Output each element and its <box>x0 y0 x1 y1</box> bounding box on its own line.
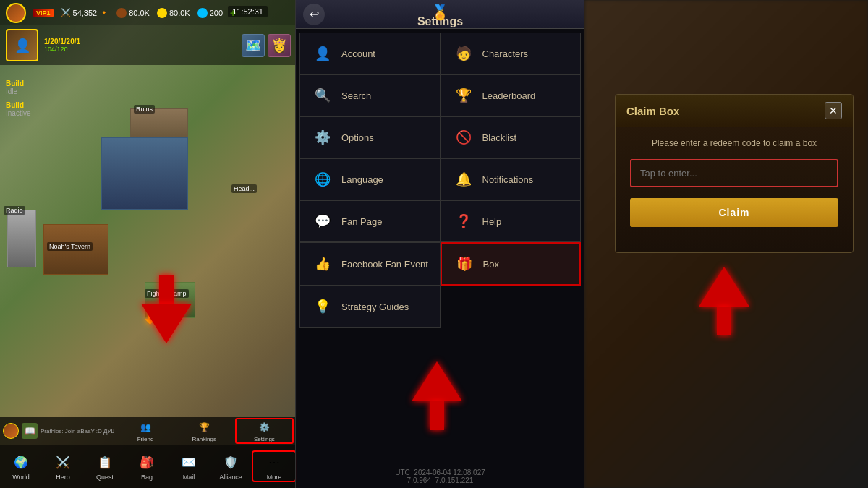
chat-book-icon: 📖 <box>22 423 38 439</box>
time-display: 11:52:31 <box>228 6 268 17</box>
quick-rankings[interactable]: 🏆 Rankings <box>176 419 232 442</box>
box-gift-icon: 🎁 <box>453 252 476 275</box>
settings-options[interactable]: ⚙️ Options <box>299 116 441 158</box>
orange-down-arrow: ⬇ <box>141 304 159 329</box>
fan-page-icon: 💬 <box>311 210 334 233</box>
player-avatar[interactable]: 👤 <box>6 29 38 61</box>
buildings-area: Build Idle Build Inactive Ruins Head... … <box>0 65 297 416</box>
settings-header-icon: 🏅 <box>431 4 449 21</box>
player-name: 1/20/1/20/1 <box>44 38 236 46</box>
help-icon: ❓ <box>452 210 475 233</box>
radio-tower <box>7 210 36 267</box>
gold-coin-icon <box>157 8 167 18</box>
headquarters-label: Head... <box>231 184 257 193</box>
quick-action-bar: 📖 Prathios: Join aBaaY :D ДУШЕГУБ: ищем … <box>0 417 297 445</box>
nav-mail[interactable]: ✉️ Mail <box>168 452 210 481</box>
settings-leaderboard[interactable]: 🏆 Leaderboard <box>441 74 582 116</box>
settings-facebook-event[interactable]: 👍 Facebook Fan Event <box>299 242 441 286</box>
more-icon: ⋯ <box>264 452 284 472</box>
gem-icon <box>197 8 208 18</box>
settings-header: ↩ 🏅 Settings <box>296 0 584 29</box>
fighter-camp-label: Fighter Camp <box>145 289 189 298</box>
friend-icon: 👥 <box>137 419 153 435</box>
mail-icon: ✉️ <box>179 452 199 472</box>
nav-hero[interactable]: ⚔️ Hero <box>42 452 84 481</box>
nav-bag[interactable]: 🎒 Bag <box>126 452 168 481</box>
hud-food: 80.0K <box>116 8 150 18</box>
chat-avatar <box>3 423 19 439</box>
settings-notifications[interactable]: 🔔 Notifications <box>441 158 582 200</box>
settings-fan-page[interactable]: 💬 Fan Page <box>299 200 441 242</box>
account-icon: 👤 <box>311 42 334 65</box>
settings-panel: ↩ 🏅 Settings 👤 Account 🧑 Characters 🔍 Se… <box>295 0 584 488</box>
player-info: 1/20/1/20/1 104/120 <box>44 38 236 53</box>
player-row: 👤 1/20/1/20/1 104/120 🗺️ 👸 <box>0 25 297 65</box>
strategy-icon: 💡 <box>311 295 334 318</box>
sword-icon: ⚔️ <box>61 8 71 17</box>
hud-bar: VIP1 ⚔️ 54,352 🔸 80.0K 80.0K 200 + 11:52… <box>0 0 297 25</box>
nav-quest[interactable]: 📋 Quest <box>84 452 126 481</box>
ruins-label: Ruins <box>134 105 155 114</box>
game-background: VIP1 ⚔️ 54,352 🔸 80.0K 80.0K 200 + 11:52… <box>0 0 297 488</box>
settings-back-button[interactable]: ↩ <box>303 4 325 25</box>
quick-friend[interactable]: 👥 Friend <box>117 419 173 442</box>
facebook-icon: 👍 <box>311 252 334 275</box>
notifications-icon: 🔔 <box>452 168 475 191</box>
gold-icon-hud: 🔸 <box>99 8 109 17</box>
vip-badge: VIP1 <box>33 9 54 17</box>
build-status-2: Build Inactive <box>6 101 30 117</box>
food-icon-hud <box>116 8 127 18</box>
hud-gold: 80.0K <box>157 8 190 18</box>
settings-search[interactable]: 🔍 Search <box>299 74 441 116</box>
radio-label: Radio <box>4 206 25 215</box>
blacklist-icon: 🚫 <box>452 126 475 149</box>
settings-characters[interactable]: 🧑 Characters <box>441 33 582 74</box>
modal-title: Claim Box <box>626 105 679 117</box>
redeem-code-input[interactable] <box>630 159 838 187</box>
build-status-1: Build Idle <box>6 80 24 95</box>
modal-header: Claim Box ✕ <box>616 95 853 127</box>
settings-account[interactable]: 👤 Account <box>299 33 441 74</box>
options-icon: ⚙️ <box>311 126 334 149</box>
noahs-tavern-label: Noah's Tavern <box>47 242 93 251</box>
modal-description: Please enter a redeem code to claim a bo… <box>630 138 838 148</box>
hero-icon: ⚔️ <box>53 452 73 472</box>
world-icon: 🌍 <box>11 452 31 472</box>
nav-world[interactable]: 🌍 World <box>0 452 42 481</box>
nav-more[interactable]: ⋯ More <box>252 450 297 482</box>
player-hp: 104/120 <box>44 46 236 53</box>
settings-grid: 👤 Account 🧑 Characters 🔍 Search 🏆 Leader… <box>296 29 584 331</box>
language-icon: 🌐 <box>311 168 334 191</box>
main-building <box>101 137 188 210</box>
characters-icon: 🧑 <box>452 42 475 65</box>
settings-box[interactable]: 🎁 Box <box>441 242 582 286</box>
settings-gear-icon: ⚙️ <box>256 419 272 435</box>
hud-gems: 200 <box>197 8 223 18</box>
modal-body: Please enter a redeem code to claim a bo… <box>616 127 853 238</box>
red-arrow-up-settings <box>412 361 462 430</box>
quick-settings[interactable]: ⚙️ Settings <box>235 418 294 444</box>
bag-icon: 🎒 <box>137 452 157 472</box>
settings-blacklist[interactable]: 🚫 Blacklist <box>441 116 582 158</box>
settings-strategy[interactable]: 💡 Strategy Guides <box>299 286 441 328</box>
portrait-1: 🗺️ <box>242 34 265 57</box>
settings-help[interactable]: ❓ Help <box>441 200 582 242</box>
hud-troops: ⚔️ 54,352 🔸 <box>61 8 110 17</box>
claim-button[interactable]: Claim <box>630 198 838 227</box>
chat-text: Prathios: Join aBaaY :D ДУШЕГУБ: ищем ак… <box>41 428 114 435</box>
hud-avatar <box>6 3 26 23</box>
leaderboard-icon: 🏆 <box>452 84 475 107</box>
bottom-nav: 🌍 World ⚔️ Hero 📋 Quest 🎒 Bag ✉️ Mail 🛡️… <box>0 445 297 488</box>
claim-modal: Claim Box ✕ Please enter a redeem code t… <box>615 94 854 253</box>
search-icon: 🔍 <box>311 84 334 107</box>
portrait-2: 👸 <box>268 34 291 57</box>
rankings-icon: 🏆 <box>196 419 212 435</box>
settings-language[interactable]: 🌐 Language <box>299 158 441 200</box>
settings-footer: UTC_2024-06-04 12:08:027 7.0.964_7.0.151… <box>296 468 584 484</box>
quest-icon: 📋 <box>95 452 115 472</box>
alliance-icon: 🛡️ <box>221 452 241 472</box>
modal-close-button[interactable]: ✕ <box>825 102 842 119</box>
nav-alliance[interactable]: 🛡️ Alliance <box>210 452 252 481</box>
